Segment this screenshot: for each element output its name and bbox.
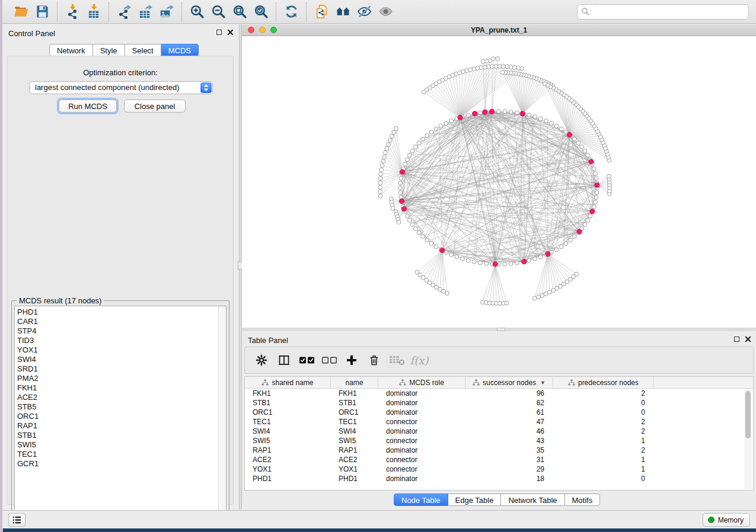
table-cell[interactable]: connector bbox=[378, 417, 465, 427]
mcds-result-item[interactable]: RAP1 bbox=[17, 421, 226, 431]
table-cell[interactable]: 2 bbox=[553, 389, 654, 398]
table-cell[interactable]: FKH1 bbox=[245, 389, 331, 398]
toggle-panel-layout-button[interactable] bbox=[275, 351, 294, 370]
mcds-result-item[interactable]: SRD1 bbox=[17, 364, 226, 374]
table-cell[interactable]: YOX1 bbox=[245, 464, 331, 474]
optimization-criterion-select[interactable]: largest connected component (undirected) bbox=[29, 81, 213, 94]
table-row[interactable]: ACE2ACE2connector311 bbox=[245, 455, 753, 464]
tab-select[interactable]: Select bbox=[125, 44, 161, 56]
table-row[interactable]: PHD1PHD1dominator180 bbox=[245, 474, 753, 483]
table-cell[interactable]: FKH1 bbox=[331, 389, 378, 398]
tab-network-table[interactable]: Network Table bbox=[501, 493, 564, 506]
column-header-predecessor-nodes[interactable]: predecessor nodes bbox=[553, 377, 654, 388]
table-cell[interactable]: STB1 bbox=[245, 398, 331, 408]
first-neighbors-button[interactable] bbox=[332, 2, 353, 21]
table-cell[interactable]: dominator bbox=[378, 474, 465, 483]
zoom-in-button[interactable] bbox=[186, 2, 208, 21]
table-scrollbar-thumb[interactable] bbox=[745, 391, 751, 438]
table-cell[interactable]: 1 bbox=[553, 436, 654, 446]
zoom-fit-button[interactable] bbox=[229, 2, 250, 21]
table-cell[interactable]: TEC1 bbox=[245, 417, 331, 427]
tab-mcds[interactable]: MCDS bbox=[161, 44, 199, 56]
select-all-checks-button[interactable] bbox=[297, 351, 316, 370]
table-row[interactable]: SWI4SWI4dominator462 bbox=[245, 427, 753, 436]
mcds-result-item[interactable]: YOX1 bbox=[17, 345, 226, 355]
delete-column-button[interactable] bbox=[365, 351, 384, 370]
table-cell[interactable]: 0 bbox=[553, 398, 654, 408]
mcds-result-item[interactable]: ORC1 bbox=[17, 412, 226, 421]
table-row[interactable]: STB1STB1dominator620 bbox=[245, 398, 753, 408]
tab-node-table[interactable]: Node Table bbox=[394, 493, 448, 506]
mcds-result-item[interactable]: STB1 bbox=[17, 431, 226, 440]
table-row[interactable]: ORC1ORC1dominator610 bbox=[245, 408, 753, 417]
table-cell[interactable]: 0 bbox=[553, 408, 654, 417]
memory-button[interactable]: Memory bbox=[703, 513, 750, 527]
table-row[interactable]: RAP1RAP1dominator352 bbox=[245, 446, 753, 455]
network-canvas[interactable] bbox=[242, 36, 756, 328]
table-cell[interactable]: 0 bbox=[553, 474, 654, 483]
table-row[interactable]: YOX1YOX1connector291 bbox=[245, 464, 753, 474]
table-cell[interactable]: dominator bbox=[378, 427, 465, 436]
mcds-result-scrollbar[interactable] bbox=[218, 306, 226, 514]
table-cell[interactable]: 46 bbox=[465, 427, 553, 436]
table-cell[interactable]: 31 bbox=[465, 455, 553, 464]
table-cell[interactable]: 2 bbox=[553, 446, 654, 455]
table-cell[interactable]: 43 bbox=[465, 436, 553, 446]
mcds-result-item[interactable]: GCR1 bbox=[17, 459, 226, 469]
tab-style[interactable]: Style bbox=[93, 44, 125, 56]
mcds-result-item[interactable]: CAR1 bbox=[17, 317, 226, 326]
float-panel-icon[interactable] bbox=[216, 30, 222, 35]
table-cell[interactable]: 96 bbox=[465, 389, 553, 398]
export-table-button[interactable] bbox=[135, 2, 156, 21]
mcds-result-item[interactable]: SWI5 bbox=[17, 440, 226, 450]
close-table-panel-icon[interactable] bbox=[745, 336, 751, 342]
table-cell[interactable]: SWI5 bbox=[245, 436, 331, 446]
table-cell[interactable]: SWI5 bbox=[331, 436, 378, 446]
run-mcds-button[interactable]: Run MCDS bbox=[59, 100, 117, 113]
import-table-button[interactable] bbox=[83, 2, 104, 21]
zoom-selected-button[interactable] bbox=[250, 2, 272, 21]
table-cell[interactable]: 2 bbox=[553, 427, 654, 436]
add-column-button[interactable] bbox=[342, 351, 361, 370]
table-cell[interactable]: STB1 bbox=[331, 398, 378, 408]
zoom-out-button[interactable] bbox=[208, 2, 229, 21]
table-cell[interactable]: dominator bbox=[378, 389, 465, 398]
column-header-MCDS-role[interactable]: MCDS role bbox=[378, 377, 465, 388]
table-cell[interactable]: 62 bbox=[465, 398, 553, 408]
table-row[interactable]: TEC1TEC1connector472 bbox=[245, 417, 753, 427]
close-panel-button[interactable]: Close panel bbox=[124, 100, 186, 113]
hide-selected-button[interactable] bbox=[353, 2, 375, 21]
mcds-result-item[interactable]: TID3 bbox=[17, 336, 226, 345]
mcds-result-item[interactable]: STB5 bbox=[17, 402, 226, 412]
mcds-result-item[interactable]: FKH1 bbox=[17, 383, 226, 393]
table-row[interactable]: SWI5SWI5connector431 bbox=[245, 436, 753, 446]
mcds-result-item[interactable]: STP4 bbox=[17, 326, 226, 336]
table-cell[interactable]: 2 bbox=[553, 417, 654, 427]
table-scrollbar[interactable] bbox=[744, 390, 752, 489]
table-cell[interactable]: RAP1 bbox=[245, 446, 331, 455]
export-network-button[interactable] bbox=[113, 2, 135, 21]
table-cell[interactable]: connector bbox=[378, 455, 465, 464]
table-cell[interactable]: 61 bbox=[465, 408, 553, 417]
table-cell[interactable]: RAP1 bbox=[331, 446, 378, 455]
table-cell[interactable]: dominator bbox=[378, 398, 465, 408]
mcds-result-item[interactable]: SWI4 bbox=[17, 355, 226, 364]
mcds-result-item[interactable]: ACE2 bbox=[17, 393, 226, 402]
table-cell[interactable]: 29 bbox=[465, 464, 553, 474]
table-cell[interactable]: dominator bbox=[378, 446, 465, 455]
column-settings-button[interactable] bbox=[252, 351, 271, 370]
tab-motifs[interactable]: Motifs bbox=[565, 493, 601, 506]
table-cell[interactable]: 47 bbox=[465, 417, 553, 427]
new-network-from-selection-button[interactable] bbox=[311, 2, 332, 21]
table-cell[interactable]: SWI4 bbox=[245, 427, 331, 436]
task-history-button[interactable] bbox=[8, 513, 25, 527]
tab-network[interactable]: Network bbox=[49, 44, 93, 56]
float-table-panel-icon[interactable] bbox=[734, 336, 739, 342]
show-hidden-button[interactable] bbox=[375, 2, 396, 21]
open-button[interactable] bbox=[10, 2, 31, 21]
table-cell[interactable]: ORC1 bbox=[245, 408, 331, 417]
save-button[interactable] bbox=[31, 2, 53, 21]
column-header-successor-nodes[interactable]: successor nodes▼ bbox=[465, 377, 553, 388]
table-cell[interactable]: ACE2 bbox=[331, 455, 378, 464]
clear-all-checks-button[interactable] bbox=[320, 351, 339, 370]
